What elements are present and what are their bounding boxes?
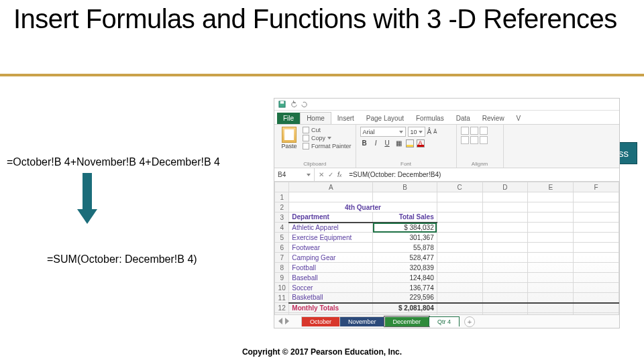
title-underline [0, 74, 644, 76]
ribbon-tabs: File Home Insert Page Layout Formulas Da… [274, 111, 619, 124]
italic-button[interactable]: I [372, 139, 380, 147]
cell[interactable]: 528,477 [373, 253, 437, 263]
alignment-group-label: Alignm [461, 161, 499, 167]
row-header[interactable]: 7 [275, 253, 289, 263]
col-header[interactable]: C [437, 182, 482, 192]
ribbon-body: Paste Cut Copy Format Painter Clipboard … [274, 124, 619, 168]
cell[interactable]: Soccer [289, 283, 373, 293]
cell[interactable]: 136,774 [373, 283, 437, 293]
bold-button[interactable]: B [360, 139, 369, 147]
save-icon[interactable] [278, 101, 286, 108]
sheet-title: 4th Quarter [289, 202, 437, 213]
cell[interactable]: Exercise Equipment [289, 233, 373, 243]
font-name-select[interactable]: Arial [360, 127, 406, 137]
cell[interactable]: 55,878 [373, 243, 437, 253]
tab-insert[interactable]: Insert [331, 113, 360, 124]
totals-value[interactable]: $ 2,081,804 [373, 303, 437, 313]
sheet-tab-october[interactable]: October [301, 316, 340, 326]
cell[interactable]: 229,596 [373, 293, 437, 303]
sheet-tab-december[interactable]: December [384, 316, 430, 326]
totals-label[interactable]: Monthly Totals [289, 303, 373, 313]
brush-icon [303, 143, 309, 149]
row-header[interactable]: 6 [275, 243, 289, 253]
fill-color-button[interactable] [406, 139, 414, 147]
cell[interactable]: Athletic Apparel [289, 223, 373, 233]
cell[interactable]: 301,367 [373, 233, 437, 243]
sheet-tab-bar: October November December Qtr 4 + [274, 314, 619, 328]
long-formula-text: =October!B 4+November!B 4+December!B 4 [7, 156, 220, 168]
row-header[interactable]: 11 [275, 293, 289, 303]
border-button[interactable]: ▦ [394, 139, 403, 147]
tab-review[interactable]: Review [476, 113, 511, 124]
paste-icon [282, 127, 297, 143]
selected-cell[interactable]: $ 384,032 [373, 223, 437, 233]
tab-data[interactable]: Data [450, 113, 476, 124]
row-header[interactable]: 5 [275, 233, 289, 243]
select-all-corner[interactable] [275, 182, 289, 192]
cell[interactable]: Football [289, 263, 373, 273]
row-header[interactable]: 10 [275, 283, 289, 293]
sheet-tab-november[interactable]: November [339, 316, 385, 326]
formula-bar[interactable]: =SUM(October: December!B4) [345, 171, 619, 178]
row-header[interactable]: 4 [275, 223, 289, 233]
col-header[interactable]: E [528, 182, 574, 192]
sheet-nav-arrows[interactable] [278, 318, 289, 324]
new-sheet-button[interactable]: + [464, 316, 475, 327]
cell[interactable]: 124,840 [373, 273, 437, 283]
worksheet-grid[interactable]: A B C D E F 1 24th Quarter 3DepartmentTo… [274, 182, 619, 314]
copy-button[interactable]: Copy [303, 135, 352, 141]
excel-screenshot: File Home Insert Page Layout Formulas Da… [274, 98, 620, 328]
row-header[interactable]: 12 [275, 303, 289, 313]
tab-file[interactable]: File [277, 113, 300, 124]
grow-font-icon[interactable]: Â [427, 128, 432, 135]
svg-rect-2 [280, 101, 284, 104]
tab-formulas[interactable]: Formulas [410, 113, 450, 124]
cell[interactable]: Baseball [289, 273, 373, 283]
formula-bar-row: B4 ✕ ✓ fx =SUM(October: December!B4) [274, 168, 619, 182]
row-header[interactable]: 9 [275, 273, 289, 283]
row-header[interactable]: 8 [275, 263, 289, 273]
column-header-dept: Department [289, 213, 373, 223]
underline-button[interactable]: U [383, 139, 392, 147]
col-header[interactable]: A [289, 182, 373, 192]
fx-icon[interactable]: fx [337, 171, 341, 178]
col-header[interactable]: B [373, 182, 437, 192]
enter-icon[interactable]: ✓ [328, 171, 333, 178]
shrink-font-icon[interactable]: Ǎ [433, 129, 437, 135]
copyright-text: Copyright © 2017 Pearson Education, Inc. [0, 347, 644, 357]
font-group-label: Font [360, 161, 452, 167]
sheet-tab-qtr4[interactable]: Qtr 4 [429, 316, 460, 326]
slide-title-band: Insert Formulas and Functions with 3 -D … [13, 4, 631, 72]
format-painter-button[interactable]: Format Painter [303, 143, 352, 149]
tab-home[interactable]: Home [300, 112, 331, 124]
row-header[interactable]: 2 [275, 202, 289, 213]
column-header-sales: Total Sales [373, 213, 437, 223]
name-box[interactable]: B4 [274, 168, 315, 181]
col-header[interactable]: F [574, 182, 619, 192]
row-header[interactable]: 3 [275, 213, 289, 223]
cell[interactable]: Camping Gear [289, 253, 373, 263]
paste-button[interactable]: Paste [278, 127, 300, 149]
cell[interactable]: Footwear [289, 243, 373, 253]
cell[interactable]: 320,839 [373, 263, 437, 273]
tab-view[interactable]: V [511, 113, 527, 124]
col-header[interactable]: D [482, 182, 528, 192]
undo-icon[interactable] [290, 101, 297, 108]
scissors-icon [303, 127, 309, 133]
short-formula-text: =SUM(October: December!B 4) [47, 253, 197, 265]
tab-page-layout[interactable]: Page Layout [360, 113, 410, 124]
clipboard-group-label: Clipboard [278, 161, 352, 167]
redo-icon[interactable] [301, 101, 309, 108]
font-color-button[interactable]: A [417, 139, 425, 147]
copy-icon [303, 135, 309, 141]
cut-button[interactable]: Cut [303, 127, 352, 133]
down-arrow-icon [77, 173, 97, 227]
quick-access-toolbar [274, 99, 619, 111]
slide-title: Insert Formulas and Functions with 3 -D … [13, 4, 631, 34]
font-size-select[interactable]: 10 [408, 127, 425, 137]
cell[interactable]: Basketball [289, 293, 373, 303]
paste-label: Paste [281, 143, 297, 149]
row-header[interactable]: 1 [275, 192, 289, 202]
cancel-icon[interactable]: ✕ [319, 171, 324, 178]
alignment-buttons[interactable] [461, 127, 499, 144]
